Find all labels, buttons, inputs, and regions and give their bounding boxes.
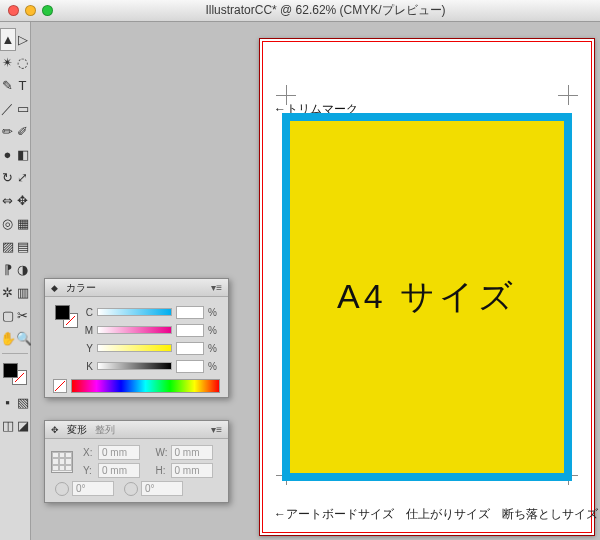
color-mode-button[interactable]: ▪: [0, 391, 15, 414]
panel-menu-icon[interactable]: ▾≡: [211, 424, 222, 435]
tool-width[interactable]: ⇔: [0, 189, 15, 212]
tool-mesh[interactable]: ▨: [0, 235, 15, 258]
tool-scale[interactable]: ⤢: [15, 166, 30, 189]
x-field[interactable]: X:0 mm: [83, 445, 150, 460]
tool-magic-wand[interactable]: ✴: [0, 51, 15, 74]
legend-finish-label: 仕上がりサイズ: [406, 506, 490, 523]
c-slider[interactable]: [97, 308, 172, 316]
k-label: K: [81, 361, 93, 372]
window-maximize-button[interactable]: [42, 5, 53, 16]
y-slider[interactable]: [97, 344, 172, 352]
y-pct: %: [208, 343, 220, 354]
tool-direct-select[interactable]: ▷: [16, 28, 30, 51]
fill-swatch[interactable]: [3, 363, 18, 378]
c-pct: %: [208, 307, 220, 318]
screen-mode-button[interactable]: ◫: [0, 414, 15, 437]
tool-rotate[interactable]: ↻: [0, 166, 15, 189]
tool-type[interactable]: T: [15, 74, 30, 97]
transform-panel-header[interactable]: ✥ 変形 整列 ▾≡: [45, 421, 228, 439]
artboard[interactable]: ←トリムマーク A4 サイズ ←アートボードサイズ 仕上がりサイズ 断ち落としサ…: [259, 38, 595, 536]
tool-pen[interactable]: ✎: [0, 74, 15, 97]
tool-eyedropper[interactable]: ⁋: [0, 258, 15, 281]
transform-panel-body: X:0 mm W:0 mm Y:0 mm H:0 mm 0° 0°: [45, 439, 228, 502]
tool-artboard[interactable]: ▢: [0, 304, 15, 327]
page-size-label: A4 サイズ: [290, 121, 564, 473]
tool-shape-builder[interactable]: ◎: [0, 212, 15, 235]
tool-blob-brush[interactable]: ●: [0, 143, 15, 166]
m-label: M: [81, 325, 93, 336]
window-close-button[interactable]: [8, 5, 19, 16]
tool-gradient[interactable]: ▤: [15, 235, 30, 258]
transform-icon: ✥: [51, 425, 59, 435]
tool-line[interactable]: ／: [0, 97, 15, 120]
tool-column-graph[interactable]: ▥: [15, 281, 30, 304]
tools-divider: [2, 353, 28, 354]
gradient-mode-button[interactable]: ▧: [15, 391, 30, 414]
none-swatch-icon[interactable]: [53, 379, 67, 393]
c-label: C: [81, 307, 93, 318]
y-input[interactable]: [176, 342, 204, 355]
shear-icon: [124, 482, 138, 496]
m-input[interactable]: [176, 324, 204, 337]
bleed-area: A4 サイズ: [282, 113, 572, 481]
tool-perspective[interactable]: ▦: [15, 212, 30, 235]
legend: ←アートボードサイズ 仕上がりサイズ 断ち落としサイズ: [274, 506, 580, 523]
tool-rectangle[interactable]: ▭: [15, 97, 30, 120]
k-slider[interactable]: [97, 362, 172, 370]
tool-selection[interactable]: ▲: [0, 28, 16, 51]
tool-free-transform[interactable]: ✥: [15, 189, 30, 212]
y-field[interactable]: Y:0 mm: [83, 463, 150, 478]
tools-panel: ▲▷ ✴◌ ✎T ／▭ ✏✐ ●◧ ↻⤢ ⇔✥ ◎▦ ▨▤ ⁋◑ ✲▥ ▢✂ ✋…: [0, 22, 31, 540]
m-pct: %: [208, 325, 220, 336]
angle-field[interactable]: 0°: [55, 481, 114, 496]
window-title-bar: IllustratorCC* @ 62.62% (CMYK/プレビュー): [0, 0, 600, 22]
transform-panel[interactable]: ✥ 変形 整列 ▾≡ X:0 mm W:0 mm Y:0 mm H:0 mm 0…: [44, 420, 229, 503]
tool-pencil[interactable]: ✐: [15, 120, 30, 143]
k-pct: %: [208, 361, 220, 372]
legend-bleed-label: 断ち落としサイズ: [502, 506, 598, 523]
k-input[interactable]: [176, 360, 204, 373]
tool-paintbrush[interactable]: ✏: [0, 120, 15, 143]
fill-stroke-swatches[interactable]: [3, 363, 27, 385]
color-panel[interactable]: ◆ カラー ▾≡ C % M % Y % K: [44, 278, 229, 398]
spectrum-strip[interactable]: [71, 379, 220, 393]
tool-hand[interactable]: ✋: [0, 327, 16, 350]
legend-artboard-label: ←アートボードサイズ: [274, 506, 394, 523]
tool-eraser[interactable]: ◧: [15, 143, 30, 166]
align-tab[interactable]: 整列: [95, 423, 115, 437]
color-panel-header[interactable]: ◆ カラー ▾≡: [45, 279, 228, 297]
h-field[interactable]: H:0 mm: [156, 463, 223, 478]
color-panel-tab[interactable]: カラー: [66, 281, 96, 295]
w-field[interactable]: W:0 mm: [156, 445, 223, 460]
shear-field[interactable]: 0°: [124, 481, 183, 496]
tool-slice[interactable]: ✂: [15, 304, 30, 327]
trim-area: A4 サイズ: [290, 121, 564, 473]
color-panel-swatches[interactable]: [53, 303, 77, 359]
crop-mark-icon: [558, 85, 578, 105]
window-minimize-button[interactable]: [25, 5, 36, 16]
tool-symbol-sprayer[interactable]: ✲: [0, 281, 15, 304]
draw-mode-button[interactable]: ◪: [15, 414, 30, 437]
c-input[interactable]: [176, 306, 204, 319]
fill-swatch-panel[interactable]: [55, 305, 70, 320]
transform-tab[interactable]: 変形: [67, 423, 87, 437]
palette-icon: ◆: [51, 283, 58, 293]
color-panel-body: C % M % Y % K %: [45, 297, 228, 397]
window-title: IllustratorCC* @ 62.62% (CMYK/プレビュー): [59, 2, 592, 19]
tool-lasso[interactable]: ◌: [15, 51, 30, 74]
tool-blend[interactable]: ◑: [15, 258, 30, 281]
angle-icon: [55, 482, 69, 496]
tool-zoom[interactable]: 🔍: [16, 327, 32, 350]
y-label: Y: [81, 343, 93, 354]
panel-menu-icon[interactable]: ▾≡: [211, 282, 222, 293]
reference-point-selector[interactable]: [51, 451, 73, 473]
m-slider[interactable]: [97, 326, 172, 334]
